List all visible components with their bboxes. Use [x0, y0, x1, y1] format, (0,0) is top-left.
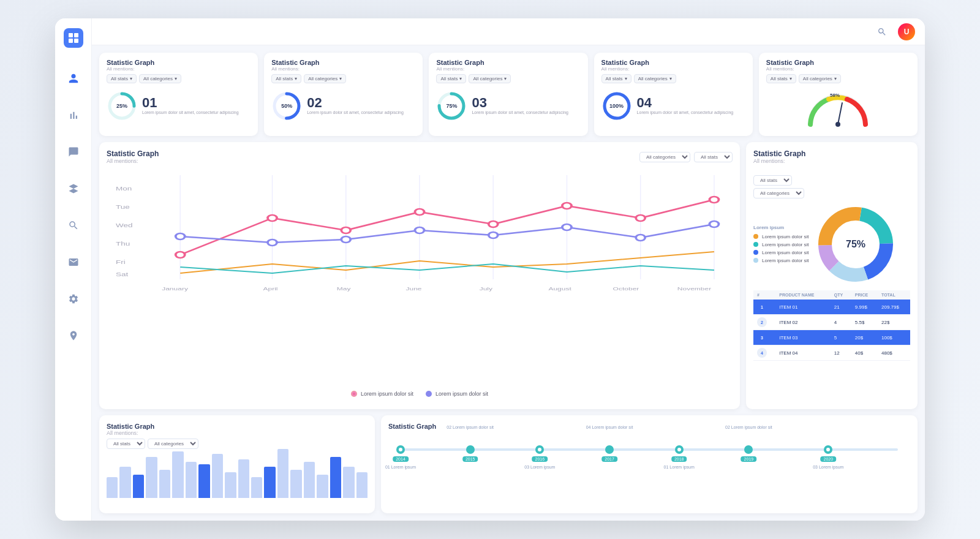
timeline-label-2015: 2015 [462, 456, 478, 462]
timeline-label-2020: 2020 [821, 456, 837, 462]
stat-card-5-filter1[interactable]: All stats ▾ [766, 74, 796, 83]
stat-card-3-filter2[interactable]: All categories ▾ [469, 74, 511, 83]
stat-card-4-sub: All mentions: [601, 66, 649, 72]
stat-card-3-number: 03 [472, 96, 568, 110]
table-col-price: PRICE [851, 290, 878, 300]
bar-item [133, 475, 144, 498]
side-panel-filter2[interactable]: All categories [753, 188, 804, 198]
stat-card-4-filter2[interactable]: All categories ▾ [634, 74, 676, 83]
bottom-row: Statistic Graph All mentions: All stats … [99, 415, 918, 513]
stat-card-4-gauge: 100% [601, 91, 632, 121]
svg-text:Mon: Mon [116, 186, 132, 191]
user-avatar[interactable]: U [898, 23, 915, 40]
sidebar-item-person[interactable] [62, 325, 85, 347]
svg-point-43 [489, 221, 498, 227]
table-row: 3 ITEM 03 5 20$ 100$ [753, 330, 910, 345]
stat-card-5-filter2[interactable]: All categories ▾ [799, 74, 841, 83]
logo[interactable] [64, 28, 83, 48]
search-icon[interactable] [873, 23, 891, 40]
svg-point-41 [341, 227, 350, 233]
bar-chart-filter1[interactable]: All stats [107, 439, 145, 449]
timeline-dot-2019 [744, 445, 753, 454]
svg-point-53 [636, 235, 645, 241]
timeline-dot-2015 [466, 445, 475, 454]
main-chart-title: Statistic Graph [107, 149, 159, 158]
bar-item [159, 470, 170, 498]
stat-card-5-sub: All mentions: [766, 66, 814, 72]
bar-chart-title: Statistic Graph [107, 423, 368, 430]
bar-item [107, 477, 118, 498]
bar-item [264, 467, 275, 498]
topbar: U [92, 18, 925, 45]
svg-point-39 [176, 252, 185, 258]
timeline-label-2018: 2018 [671, 456, 687, 462]
sidebar-item-settings[interactable] [62, 288, 85, 310]
table-col-name: PRODUCT NAME [775, 290, 830, 300]
stat-card-4: Statistic Graph All mentions: All stats … [594, 53, 753, 136]
table-row: 2 ITEM 02 4 5.5$ 22$ [753, 315, 910, 330]
bar-item [343, 467, 354, 498]
timeline-below-2018: 01 Lorem ipsum [664, 465, 695, 469]
bar-chart-panel: Statistic Graph All mentions: All stats … [99, 415, 375, 513]
svg-text:58%: 58% [830, 92, 840, 98]
stat-card-2-sub: All mentions: [271, 66, 319, 72]
bar-item [330, 457, 341, 498]
timeline-dot-2020 [824, 445, 832, 454]
sidebar-item-chart[interactable] [62, 104, 85, 126]
stat-card-2: Statistic Graph All mentions: All stats … [264, 53, 423, 136]
sidebar [55, 18, 92, 521]
stat-card-4-desc: Lorem ipsum dolor sit amet, consectetur … [637, 110, 734, 115]
svg-text:75%: 75% [846, 239, 865, 249]
stat-card-1-filter1[interactable]: All stats ▾ [107, 74, 137, 83]
bar-item [356, 472, 368, 498]
middle-row: Statistic Graph All mentions: All catego… [99, 142, 918, 409]
svg-text:October: October [613, 286, 639, 292]
bar-item [290, 470, 301, 498]
stat-card-5: Statistic Graph All mentions: All stats … [759, 53, 918, 136]
stat-card-1-filter2[interactable]: All categories ▾ [139, 74, 181, 83]
bar-item [146, 457, 157, 498]
stat-card-5-title: Statistic Graph [766, 59, 814, 66]
stat-card-4-filter1[interactable]: All stats ▾ [601, 74, 631, 83]
stat-card-3-filter1[interactable]: All stats ▾ [436, 74, 466, 83]
main-content: U Statistic Graph All mentions: All stat… [92, 18, 925, 521]
donut-legend: Lorem ipsum dolor sit Lorem ipsum dolor … [753, 233, 809, 265]
main-chart-filter1[interactable]: All categories [639, 152, 690, 162]
bar-chart-filter2[interactable]: All categories [148, 439, 198, 449]
speedometer-gauge: 25% 100% 58% [804, 91, 872, 127]
sidebar-item-layers[interactable] [62, 178, 85, 200]
stat-card-2-desc: Lorem ipsum dolor sit amet, consectetur … [307, 110, 404, 115]
bar-chart-sub: All mentions: [107, 430, 368, 436]
svg-text:June: June [405, 286, 421, 292]
stat-card-2-filter2[interactable]: All categories ▾ [304, 74, 346, 83]
sidebar-item-comment[interactable] [62, 141, 85, 163]
svg-text:Tue: Tue [116, 204, 130, 209]
stat-card-3-desc: Lorem ipsum dolor sit amet, consectetur … [472, 110, 568, 115]
svg-point-51 [489, 232, 498, 238]
side-panel-legend-label: Lorem ipsum [753, 225, 809, 230]
main-chart-filter2[interactable]: All stats [694, 152, 733, 162]
timeline-dot-2016 [535, 445, 544, 454]
sidebar-item-mail[interactable] [62, 251, 85, 273]
timeline-dot-2018 [675, 445, 684, 454]
side-panel-title: Statistic Graph [753, 149, 805, 158]
table-row: 1 ITEM 01 21 9.99$ 209.79$ [753, 300, 910, 315]
stat-card-2-filter1[interactable]: All stats ▾ [271, 74, 301, 83]
timeline-below-2016: 03 Lorem ipsum [524, 465, 555, 469]
svg-text:July: July [480, 286, 493, 292]
sidebar-item-user[interactable] [62, 67, 85, 89]
svg-text:November: November [677, 286, 712, 292]
stat-card-3: Statistic Graph All mentions: All stats … [429, 53, 587, 136]
stat-card-2-title: Statistic Graph [271, 59, 319, 66]
stat-card-1-gauge: 25% [107, 91, 137, 121]
svg-text:January: January [162, 286, 189, 292]
donut-chart: 75% [816, 205, 895, 284]
svg-line-12 [838, 103, 842, 124]
side-panel: Statistic Graph All mentions: All stats … [746, 142, 918, 409]
side-panel-filter1[interactable]: All stats [753, 175, 792, 186]
sidebar-item-search[interactable] [62, 214, 85, 236]
svg-text:Thu: Thu [116, 241, 130, 246]
svg-point-45 [636, 215, 645, 221]
stat-card-1: Statistic Graph All mentions: All stats … [99, 53, 258, 136]
main-chart-sub: All mentions: [107, 158, 159, 164]
